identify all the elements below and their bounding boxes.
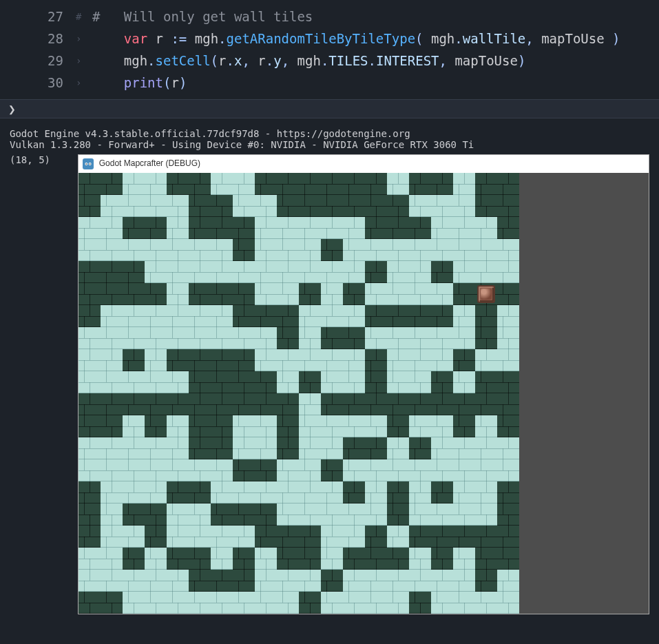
wall-tile — [475, 371, 497, 393]
floor-tile — [123, 327, 145, 349]
floor-tile — [277, 371, 299, 393]
code-line[interactable]: 27## Will only get wall tiles — [0, 6, 659, 28]
wall-tile — [431, 173, 453, 195]
wall-tile — [365, 217, 387, 239]
wall-tile — [277, 437, 299, 459]
floor-tile — [211, 261, 233, 283]
wall-tile — [497, 217, 519, 239]
wall-tile — [277, 415, 299, 437]
floor-tile — [409, 195, 431, 217]
floor-tile — [365, 239, 387, 261]
code-content[interactable]: var r := mgh.getARandomTileByTileType( m… — [92, 31, 659, 46]
floor-tile — [343, 415, 365, 437]
floor-tile — [211, 327, 233, 349]
floor-tile — [123, 195, 145, 217]
floor-tile — [299, 239, 321, 261]
wall-tile — [189, 349, 211, 371]
floor-tile — [321, 481, 343, 503]
floor-tile — [321, 261, 343, 283]
wall-tile — [365, 371, 387, 393]
wall-tile — [145, 503, 167, 526]
floor-tile — [475, 349, 497, 371]
floor-tile — [277, 592, 299, 614]
floor-tile — [167, 327, 189, 349]
wall-tile — [453, 415, 475, 437]
code-line[interactable]: 30› print(r) — [0, 72, 659, 94]
wall-tile — [409, 526, 431, 548]
floor-tile — [409, 283, 431, 305]
wall-tile — [145, 217, 167, 239]
floor-tile — [167, 503, 189, 526]
wall-tile — [101, 173, 123, 195]
game-window[interactable]: Godot Mapcrafter (DEBUG) — [78, 154, 649, 614]
floor-tile — [79, 217, 101, 239]
floor-tile — [453, 305, 475, 327]
wall-tile — [211, 415, 233, 437]
floor-tile — [475, 503, 497, 526]
wall-tile — [497, 481, 519, 503]
floor-tile — [277, 570, 299, 592]
wall-tile — [475, 195, 497, 217]
floor-tile — [497, 349, 519, 371]
viewport-empty-area — [519, 173, 649, 614]
floor-tile — [431, 327, 453, 349]
code-content[interactable]: print(r) — [92, 75, 659, 90]
wall-tile — [387, 195, 409, 217]
wall-tile — [365, 526, 387, 548]
floor-tile — [343, 349, 365, 371]
floor-tile — [145, 305, 167, 327]
wall-tile — [233, 548, 255, 570]
floor-tile — [497, 570, 519, 592]
wall-tile — [123, 261, 145, 283]
wall-tile — [475, 393, 497, 415]
code-editor[interactable]: 27## Will only get wall tiles28› var r :… — [0, 0, 659, 99]
floor-tile — [145, 570, 167, 592]
panel-collapse-bar[interactable]: ❯ — [0, 99, 659, 118]
floor-tile — [255, 195, 277, 217]
floor-tile — [409, 327, 431, 349]
code-content[interactable]: # Will only get wall tiles — [92, 9, 659, 24]
wall-tile — [189, 283, 211, 305]
floor-tile — [453, 481, 475, 503]
wall-tile — [431, 548, 453, 570]
floor-tile — [321, 305, 343, 327]
code-content[interactable]: mgh.setCell(r.x, r.y, mgh.TILES.INTEREST… — [92, 53, 659, 68]
wall-tile — [409, 173, 431, 195]
wall-tile — [497, 173, 519, 195]
floor-tile — [453, 437, 475, 459]
wall-tile — [387, 503, 409, 526]
floor-tile — [255, 349, 277, 371]
floor-tile — [211, 548, 233, 570]
line-number: 27 — [0, 9, 76, 24]
wall-tile — [277, 526, 299, 548]
wall-tile — [497, 415, 519, 437]
wall-tile — [343, 481, 365, 503]
wall-tile — [101, 261, 123, 283]
floor-tile — [387, 173, 409, 195]
floor-tile — [321, 437, 343, 459]
wall-tile — [321, 393, 343, 415]
game-window-titlebar[interactable]: Godot Mapcrafter (DEBUG) — [79, 155, 649, 173]
godot-icon — [83, 158, 94, 169]
floor-tile — [299, 327, 321, 349]
floor-tile — [79, 349, 101, 371]
floor-tile — [321, 349, 343, 371]
wall-tile — [167, 173, 189, 195]
line-number: 29 — [0, 53, 76, 68]
floor-tile — [101, 570, 123, 592]
floor-tile — [145, 327, 167, 349]
code-line[interactable]: 28› var r := mgh.getARandomTileByTileTyp… — [0, 28, 659, 50]
wall-tile — [189, 393, 211, 415]
floor-tile — [453, 459, 475, 481]
floor-tile — [497, 437, 519, 459]
floor-tile — [365, 459, 387, 481]
output-panel[interactable]: Godot Engine v4.3.stable.official.77dcf9… — [0, 118, 659, 624]
game-viewport[interactable] — [79, 173, 649, 614]
wall-tile — [277, 327, 299, 349]
wall-tile — [453, 393, 475, 415]
code-line[interactable]: 29› mgh.setCell(r.x, r.y, mgh.TILES.INTE… — [0, 50, 659, 72]
floor-tile — [431, 195, 453, 217]
wall-tile — [189, 437, 211, 459]
wall-tile — [211, 349, 233, 371]
wall-tile — [255, 371, 277, 393]
